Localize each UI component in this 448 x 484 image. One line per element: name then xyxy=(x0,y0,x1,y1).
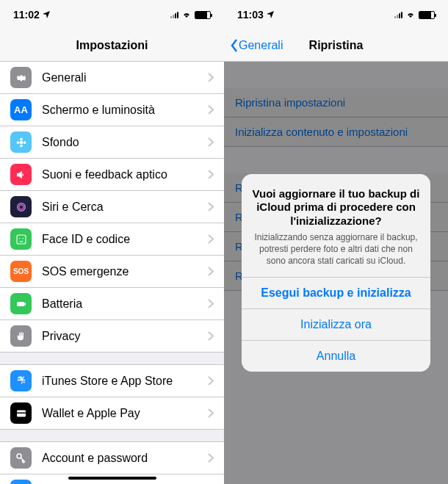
navbar: Impostazioni xyxy=(0,29,224,62)
statusbar: 11:02 xyxy=(0,0,224,29)
chevron-right-icon xyxy=(208,105,214,115)
chevron-right-icon xyxy=(208,234,214,244)
wifi-icon xyxy=(405,11,416,18)
AA-icon: AA xyxy=(10,99,32,120)
svg-point-0 xyxy=(19,140,23,144)
group-separator xyxy=(0,429,224,442)
hand-icon xyxy=(10,325,32,347)
chevron-right-icon xyxy=(208,331,214,341)
svg-rect-7 xyxy=(17,235,26,244)
SOS-icon: SOS xyxy=(10,261,32,282)
chevron-left-icon xyxy=(230,38,239,53)
signal-icon xyxy=(394,11,402,18)
back-label: Generali xyxy=(239,39,283,52)
settings-list[interactable]: GeneraliAASchermo e luminositàSfondoSuon… xyxy=(0,62,224,352)
time: 11:02 xyxy=(13,9,40,21)
chevron-right-icon xyxy=(208,453,214,463)
chevron-right-icon xyxy=(208,299,214,308)
row-siri[interactable]: Siri e Cerca xyxy=(0,191,224,223)
row-generali[interactable]: Generali xyxy=(0,62,224,94)
chevron-right-icon xyxy=(208,73,214,82)
cancel-button[interactable]: Annulla xyxy=(242,340,430,372)
navbar: Generali Ripristina xyxy=(224,29,448,62)
settings-list-2[interactable]: iTunes Store e App StoreWallet e Apple P… xyxy=(0,365,224,429)
back-button[interactable]: Generali xyxy=(230,38,283,53)
modal-overlay[interactable]: Vuoi aggiornare il tuo backup di iCloud … xyxy=(224,62,448,484)
chevron-right-icon xyxy=(208,170,214,179)
svg-point-4 xyxy=(23,141,26,144)
alert-title: Vuoi aggiornare il tuo backup di iCloud … xyxy=(252,187,420,228)
battery-icon xyxy=(419,11,435,19)
row-label: Batteria xyxy=(42,297,208,311)
face-icon xyxy=(10,228,32,250)
statusbar: 11:03 xyxy=(224,0,448,29)
row-wallet[interactable]: Wallet e Apple Pay xyxy=(0,397,224,429)
home-indicator[interactable] xyxy=(68,477,156,480)
row-batteria[interactable]: Batteria xyxy=(0,288,224,320)
row-label: Generali xyxy=(42,71,208,84)
row-itunes[interactable]: iTunes Store e App Store xyxy=(0,365,224,397)
wifi-icon xyxy=(181,11,192,18)
flower-icon xyxy=(10,131,32,153)
row-label: Siri e Cerca xyxy=(42,201,208,214)
row-label: Privacy xyxy=(42,330,208,343)
row-label: Schermo e luminosità xyxy=(42,104,208,117)
gear-icon xyxy=(10,67,32,88)
svg-rect-10 xyxy=(17,302,25,306)
row-label: Wallet e Apple Pay xyxy=(42,407,208,420)
time: 11:03 xyxy=(237,9,264,21)
siri-icon xyxy=(10,196,32,217)
group-separator xyxy=(0,352,224,365)
location-icon xyxy=(43,11,50,18)
svg-point-6 xyxy=(19,205,24,209)
row-suoni[interactable]: Suoni e feedback aptico xyxy=(0,159,224,191)
key-icon xyxy=(10,447,32,469)
erase-now-button[interactable]: Inizializza ora xyxy=(242,308,430,340)
svg-point-1 xyxy=(20,137,23,140)
svg-point-8 xyxy=(19,237,21,239)
wallet-icon xyxy=(10,402,32,424)
row-label: iTunes Store e App Store xyxy=(42,375,208,388)
page-title: Impostazioni xyxy=(76,39,148,52)
row-faceid[interactable]: Face ID e codice xyxy=(0,223,224,256)
battery-icon xyxy=(10,293,32,314)
svg-rect-13 xyxy=(17,412,26,413)
row-privacy[interactable]: Privacy xyxy=(0,320,224,352)
battery-icon xyxy=(195,11,211,19)
row-label: Account e password xyxy=(42,452,208,465)
svg-point-14 xyxy=(17,454,21,458)
svg-point-3 xyxy=(16,141,19,144)
settings-screen: 11:02 Impostazioni GeneraliAASchermo e l… xyxy=(0,0,224,484)
appstore-icon xyxy=(10,370,32,391)
chevron-right-icon xyxy=(208,376,214,386)
alert-message: Inizializzando senza aggiornare il backu… xyxy=(252,231,420,267)
row-schermo[interactable]: AASchermo e luminosità xyxy=(0,94,224,126)
backup-and-erase-button[interactable]: Esegui backup e inizializza xyxy=(242,277,430,308)
row-label: Sfondo xyxy=(42,136,208,149)
location-icon xyxy=(267,11,274,18)
chevron-right-icon xyxy=(208,137,214,147)
row-label: Suoni e feedback aptico xyxy=(42,168,208,181)
row-label: SOS emergenze xyxy=(42,265,208,278)
sound-icon xyxy=(10,164,32,185)
svg-rect-11 xyxy=(24,303,26,305)
page-title: Ripristina xyxy=(309,39,364,52)
mail-icon xyxy=(10,480,32,484)
svg-point-9 xyxy=(22,237,24,239)
alert-dialog: Vuoi aggiornare il tuo backup di iCloud … xyxy=(242,174,430,372)
chevron-right-icon xyxy=(208,408,214,418)
chevron-right-icon xyxy=(208,202,214,212)
chevron-right-icon xyxy=(208,267,214,276)
svg-point-2 xyxy=(20,144,23,147)
row-sfondo[interactable]: Sfondo xyxy=(0,126,224,159)
signal-icon xyxy=(170,11,178,18)
row-label: Face ID e codice xyxy=(42,233,208,246)
reset-screen: 11:03 Generali Ripristina Ripristina imp… xyxy=(224,0,448,484)
row-account[interactable]: Account e password xyxy=(0,442,224,474)
row-sos[interactable]: SOSSOS emergenze xyxy=(0,256,224,288)
